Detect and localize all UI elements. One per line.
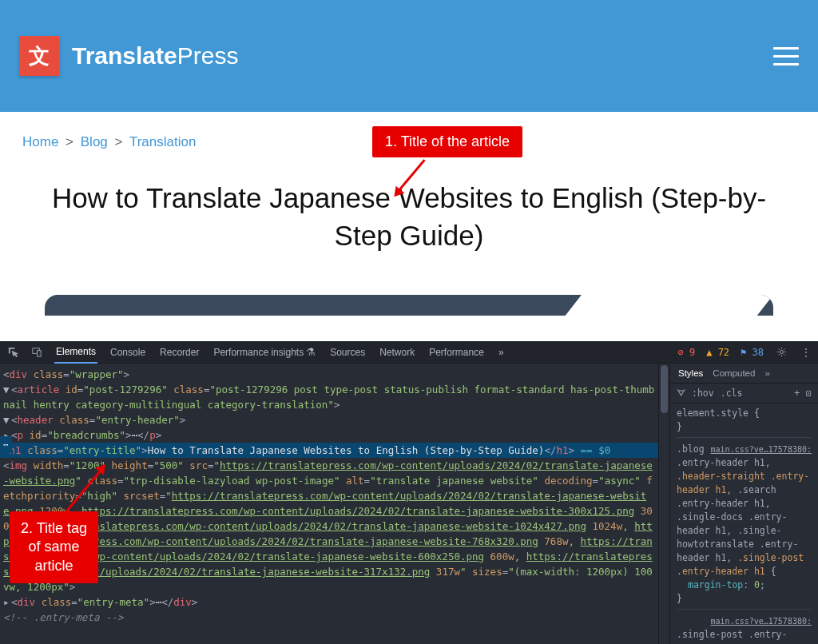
annotation-2-label: 2. Title tag of same article — [10, 511, 98, 583]
styles-more-icon[interactable]: ⊡ — [806, 388, 812, 399]
tab-elements[interactable]: Elements — [54, 341, 97, 364]
breadcrumb-separator: > — [66, 134, 73, 149]
settings-icon[interactable] — [775, 346, 788, 359]
breadcrumb-separator: > — [115, 134, 123, 149]
tabs-more-icon[interactable]: » — [497, 342, 506, 363]
elements-scrollbar[interactable] — [658, 364, 669, 644]
hamburger-menu-icon[interactable] — [773, 47, 799, 66]
annotation-2: 2. Title tag of same article — [10, 511, 98, 583]
page-title: How to Translate Japanese Websites to En… — [22, 179, 796, 255]
annotation-1-label: 1. Title of the article — [372, 126, 522, 157]
logo[interactable]: 文 TranslatePress — [19, 36, 238, 76]
kebab-menu-icon[interactable]: ⋮ — [799, 346, 812, 359]
devtools-tabbar: Elements Console Recorder Performance in… — [0, 341, 818, 364]
logo-text: TranslatePress — [72, 42, 238, 70]
info-count[interactable]: ⚑ 38 — [741, 347, 764, 358]
tab-computed[interactable]: Computed — [713, 368, 755, 378]
tab-performance[interactable]: Performance — [427, 342, 486, 363]
logo-icon: 文 — [19, 36, 59, 76]
error-count[interactable]: ⊘ 9 — [678, 347, 696, 358]
breadcrumb-blog[interactable]: Blog — [81, 134, 108, 149]
svg-point-2 — [780, 350, 783, 353]
styles-rules[interactable]: element.style { } main.css?ve…17578380: … — [670, 403, 818, 644]
hero-shape — [45, 295, 773, 316]
tab-recorder[interactable]: Recorder — [158, 342, 201, 363]
styles-pane: Styles Computed » ᗊ :hov .cls + ⊡ elemen… — [669, 364, 818, 644]
hov-toggle[interactable]: :hov — [692, 388, 714, 399]
new-rule-icon[interactable]: + — [794, 388, 800, 399]
cls-toggle[interactable]: .cls — [721, 388, 743, 399]
tab-performance-insights[interactable]: Performance insights — [212, 341, 317, 363]
site-header: 文 TranslatePress — [0, 0, 818, 112]
tab-network[interactable]: Network — [378, 342, 416, 363]
svg-rect-1 — [37, 351, 41, 357]
warning-count[interactable]: ▲ 72 — [706, 347, 729, 358]
selected-h1-node[interactable]: <h1 class="entry-title">How to Translate… — [0, 443, 658, 458]
devtools-panel: Elements Console Recorder Performance in… — [0, 341, 818, 644]
filter-icon[interactable]: ᗊ — [677, 388, 685, 399]
tab-console[interactable]: Console — [109, 342, 147, 363]
selected-element-badge: ⋯ — [0, 436, 12, 453]
styles-tabs: Styles Computed » — [670, 364, 818, 384]
tab-sources[interactable]: Sources — [328, 342, 367, 363]
elements-tree[interactable]: ⋯ <div class="wrapper"> ▼<article id="po… — [0, 364, 658, 644]
styles-tabs-more-icon[interactable]: » — [764, 368, 769, 378]
breadcrumb-home[interactable]: Home — [22, 134, 58, 149]
inspect-icon[interactable] — [6, 346, 19, 359]
device-toggle-icon[interactable] — [30, 346, 43, 359]
css-source-link[interactable]: main.css?ve…17578380: — [711, 443, 812, 456]
breadcrumb-current[interactable]: Translation — [129, 134, 196, 149]
tab-styles[interactable]: Styles — [678, 368, 703, 378]
annotation-1: 1. Title of the article — [372, 126, 522, 157]
css-source-link[interactable]: main.css?ve…17578380: — [711, 614, 812, 628]
styles-filter-bar: ᗊ :hov .cls + ⊡ — [670, 384, 818, 403]
